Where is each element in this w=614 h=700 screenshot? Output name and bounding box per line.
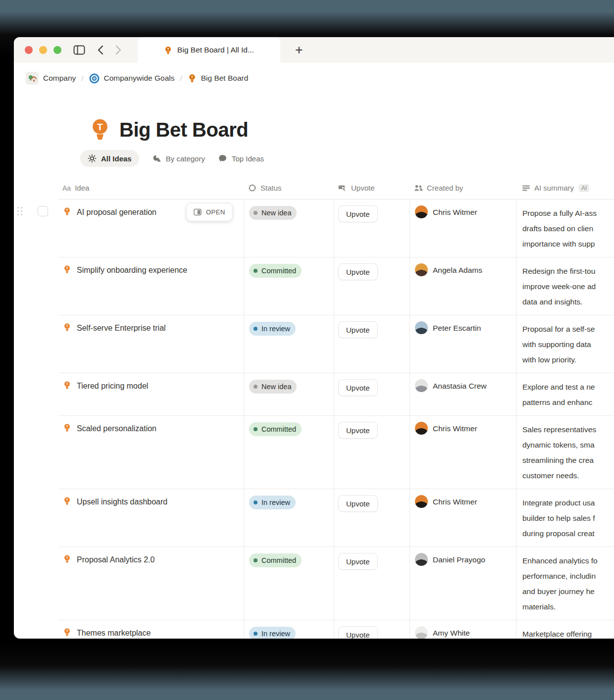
upvote-button[interactable]: Upvote <box>338 263 378 280</box>
upvote-button[interactable]: Upvote <box>338 626 378 639</box>
upvote-button[interactable]: Upvote <box>338 379 378 396</box>
breadcrumb: Company / Companywide Goals / T Big Bet … <box>14 63 614 94</box>
status-pill[interactable]: In review <box>249 496 296 509</box>
status-cell[interactable]: Committed <box>244 257 334 315</box>
creator-cell[interactable]: Chris Witmer <box>409 416 516 489</box>
summary-cell[interactable]: Marketplace offering <box>516 620 614 639</box>
breadcrumb-item-company[interactable]: Company <box>26 72 76 85</box>
lightbulb-icon: T <box>164 46 172 54</box>
upvote-cell[interactable]: Upvote <box>334 547 409 620</box>
status-cell[interactable]: Committed <box>244 547 334 620</box>
idea-cell[interactable]: T Self-serve Enterprise trial <box>58 315 244 373</box>
table-row[interactable]: T Tiered pricing model New idea Upvote A… <box>58 373 614 416</box>
upvote-cell[interactable]: Upvote <box>334 373 409 415</box>
status-dot-icon <box>254 211 257 215</box>
status-pill[interactable]: In review <box>249 627 296 639</box>
creator-cell[interactable]: Anastasia Crew <box>409 373 516 415</box>
table-row[interactable]: T Upsell insights dashboard In review Up… <box>58 489 614 547</box>
tab-by-category[interactable]: By category <box>153 154 205 163</box>
column-header-ai-summary[interactable]: AI summary AI <box>516 184 614 192</box>
avatar <box>415 205 428 218</box>
creator-cell[interactable]: Angela Adams <box>409 257 516 315</box>
status-cell[interactable]: In review <box>244 489 334 547</box>
table-row[interactable]: T Simplify onboarding experience Committ… <box>58 257 614 315</box>
avatar <box>415 379 428 392</box>
zoom-window-button[interactable] <box>53 46 61 54</box>
status-pill[interactable]: Committed <box>249 264 302 278</box>
breadcrumb-item-companywide-goals[interactable]: Companywide Goals <box>89 73 175 84</box>
page-lightbulb-icon[interactable]: T <box>89 118 111 141</box>
upvote-cell[interactable]: Upvote <box>334 489 409 547</box>
table-row[interactable]: T Themes marketplace In review Upvote Am… <box>58 620 614 639</box>
idea-cell[interactable]: T Tiered pricing model <box>58 373 244 415</box>
creator-cell[interactable]: Peter Escartin <box>409 315 516 373</box>
status-pill[interactable]: Committed <box>249 422 302 436</box>
summary-cell[interactable]: Propose a fully AI-assdrafts based on cl… <box>516 200 614 257</box>
status-cell[interactable]: In review <box>244 620 334 639</box>
breadcrumb-item-big-bet-board[interactable]: T Big Bet Board <box>188 74 249 83</box>
status-pill[interactable]: In review <box>249 322 296 336</box>
browser-tab[interactable]: T Big Bet Board | All Id... <box>138 37 280 63</box>
table-row[interactable]: T Self-serve Enterprise trial In review … <box>58 315 614 373</box>
upvote-button-label: Upvote <box>346 631 370 639</box>
column-header-status[interactable]: Status <box>244 184 334 192</box>
table-row[interactable]: T Scaled personalization Committed Upvot… <box>58 416 614 489</box>
summary-cell[interactable]: Integrate product usabuilder to help sal… <box>516 489 614 547</box>
upvote-cell[interactable]: Upvote <box>334 257 409 315</box>
status-cell[interactable]: Committed <box>244 416 334 489</box>
upvote-button-label: Upvote <box>346 326 370 334</box>
upvote-button[interactable]: Upvote <box>338 422 378 439</box>
sidebar-toggle-icon[interactable] <box>73 45 85 55</box>
creator-cell[interactable]: Chris Witmer <box>409 489 516 547</box>
summary-cell[interactable]: Enhanced analytics foperformance, includ… <box>516 547 614 620</box>
creator-cell[interactable]: Daniel Prayogo <box>409 547 516 620</box>
status-pill[interactable]: Committed <box>249 553 302 567</box>
row-checkbox[interactable] <box>38 206 48 216</box>
minimize-window-button[interactable] <box>39 46 47 54</box>
upvote-button[interactable]: Upvote <box>338 553 378 570</box>
upvote-cell[interactable]: Upvote <box>334 620 409 639</box>
idea-cell[interactable]: T Scaled personalization <box>58 416 244 489</box>
column-header-created-by[interactable]: Created by <box>409 184 516 192</box>
status-pill[interactable]: New idea <box>249 206 297 220</box>
upvote-cell[interactable]: Upvote <box>334 416 409 489</box>
creator-cell[interactable]: Amy White <box>409 620 516 639</box>
summary-line: improve week-one ad <box>522 279 614 294</box>
table-row[interactable]: T Proposal Analytics 2.0 Committed Upvot… <box>58 547 614 620</box>
status-dot-icon <box>254 327 257 331</box>
back-icon[interactable] <box>97 45 103 55</box>
upvote-button[interactable]: Upvote <box>338 205 378 222</box>
column-header-upvote[interactable]: Upvote <box>334 184 409 192</box>
row-drag-handle[interactable] <box>17 207 22 215</box>
upvote-button[interactable]: Upvote <box>338 321 378 338</box>
upvote-button[interactable]: Upvote <box>338 495 378 512</box>
upvote-cell[interactable]: Upvote <box>334 200 409 257</box>
open-button[interactable]: OPEN <box>186 203 233 221</box>
idea-cell[interactable]: T Simplify onboarding experience <box>58 257 244 315</box>
summary-cell[interactable]: Redesign the first-touimprove week-one a… <box>516 257 614 315</box>
column-header-idea[interactable]: Aa Idea <box>58 184 244 192</box>
summary-line: importance with supp <box>522 236 614 251</box>
summary-cell[interactable]: Proposal for a self-sewith supporting da… <box>516 315 614 373</box>
status-label: New idea <box>261 209 291 217</box>
idea-label: Scaled personalization <box>77 422 156 436</box>
forward-icon[interactable] <box>115 45 122 55</box>
idea-cell[interactable]: T AI proposal generation OPEN <box>58 200 244 257</box>
idea-cell[interactable]: T Proposal Analytics 2.0 <box>58 547 244 620</box>
close-window-button[interactable] <box>25 46 33 54</box>
tab-all-ideas[interactable]: All Ideas <box>80 150 139 167</box>
table-row[interactable]: T AI proposal generation OPEN New idea U… <box>58 200 614 257</box>
tab-top-ideas[interactable]: Top Ideas <box>218 154 264 163</box>
status-cell[interactable]: New idea <box>244 373 334 415</box>
creator-cell[interactable]: Chris Witmer <box>409 200 516 257</box>
status-cell[interactable]: New idea <box>244 200 334 257</box>
new-tab-button[interactable]: + <box>287 37 311 63</box>
status-cell[interactable]: In review <box>244 315 334 373</box>
idea-cell[interactable]: T Upsell insights dashboard <box>58 489 244 547</box>
upvote-cell[interactable]: Upvote <box>334 315 409 373</box>
idea-cell[interactable]: T Themes marketplace <box>58 620 244 639</box>
status-pill[interactable]: New idea <box>249 380 297 394</box>
summary-cell[interactable]: Explore and test a nepatterns and enhanc <box>516 373 614 415</box>
summary-cell[interactable]: Sales representativesdynamic tokens, sma… <box>516 416 614 489</box>
summary-line: with low priority. <box>522 352 614 367</box>
